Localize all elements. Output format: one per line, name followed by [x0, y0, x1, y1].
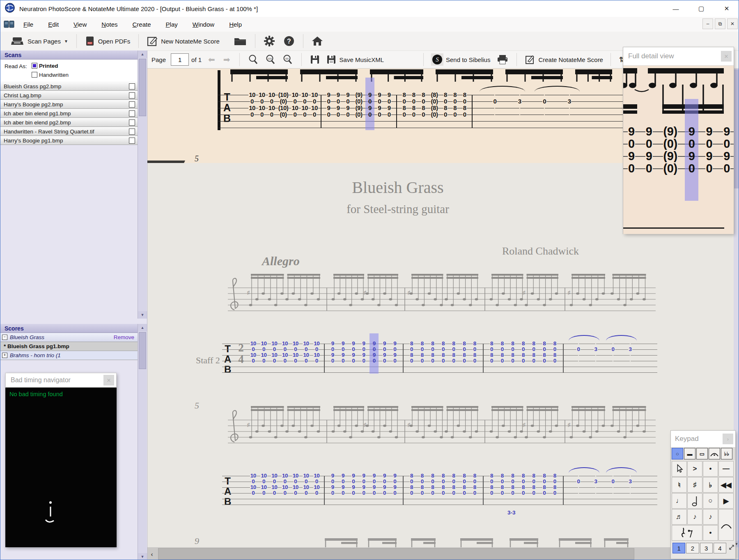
tab-note-column[interactable]: 9090	[341, 473, 346, 496]
tab-note-column[interactable]: 9090	[705, 125, 713, 174]
tab-note-column[interactable]: 8080	[420, 473, 425, 496]
tab-note-selected[interactable]: 9090	[688, 125, 695, 174]
tab-note-column[interactable]: 8080	[420, 341, 425, 364]
keypad-number-1[interactable]: 1	[672, 543, 685, 553]
score-row[interactable]: −Blueish GrassRemove	[0, 333, 138, 342]
tab-measure[interactable]: 100100100100100100(10)(0)(10)(0)10010010…	[246, 92, 321, 118]
keypad-number-3[interactable]: 3	[700, 543, 713, 553]
next-page-icon[interactable]: ➡	[223, 55, 230, 64]
tab-note-column[interactable]: (10)(0)(10)(0)	[278, 92, 289, 118]
keypad-whole-note-button[interactable]: ○	[703, 493, 718, 509]
keypad-toggle-double-flat-icon[interactable]: ♭♭	[721, 448, 732, 459]
tab-note-column[interactable]: 9090	[628, 125, 635, 174]
tab-note-column[interactable]: 9090	[392, 473, 397, 496]
tab-note-column[interactable]: 8080	[472, 341, 477, 364]
panel-header[interactable]: Full detail view ✕	[623, 47, 734, 65]
keypad-rewind-button[interactable]: ◀◀	[718, 477, 734, 493]
tab-note-column[interactable]: 9090	[372, 473, 376, 496]
vertical-scrollbar-thumb[interactable]	[734, 69, 739, 188]
tab-note-column[interactable]: 8080	[552, 473, 557, 496]
tab-measure[interactable]: 0303	[564, 473, 645, 496]
keypad-eighth-note-button[interactable]: ♪	[687, 509, 702, 525]
scan-file-row[interactable]: Ich aber bin elend pg2.bmp	[0, 118, 138, 127]
keypad-flat-button[interactable]: ♭	[703, 477, 718, 493]
tab-note-selected[interactable]: 9090	[372, 341, 376, 364]
menu-play[interactable]: Play	[160, 18, 184, 30]
full-detail-canvas[interactable]: 90909090(9)(0)(9)(0)909090909090	[623, 65, 734, 234]
open-pdfs-button[interactable]: PDF Open PDFs	[81, 33, 134, 49]
tab-note-column[interactable]: 8080	[462, 92, 467, 118]
tab-note-column[interactable]: 0	[610, 341, 615, 364]
tab-note-column[interactable]: 100100	[282, 473, 288, 496]
scan-pages-button[interactable]: Scan Pages ▼	[6, 33, 72, 49]
score-row[interactable]: +Brahms - horn trio (1	[0, 351, 138, 360]
new-notateme-score-button[interactable]: New NotateMe Score	[143, 33, 224, 49]
scan-file-row[interactable]: Ich aber bin elend pg1.bmp	[0, 109, 138, 118]
tab-note-column[interactable]: 100100	[303, 341, 309, 364]
keypad-quarter-note-button[interactable]: ♩	[672, 493, 687, 509]
keypad-half-note-icon[interactable]	[687, 493, 702, 509]
tab-note-column[interactable]: 100100	[271, 473, 278, 496]
scan-file-row[interactable]: Harry's Boogie pg2.bmp	[0, 100, 138, 109]
tab-measure[interactable]: 1001001001001001001001001001001001001001…	[246, 341, 324, 364]
save-icon[interactable]	[310, 55, 320, 64]
tab-note-column[interactable]: 100100	[301, 92, 308, 118]
tab-note-column[interactable]: 9090	[723, 125, 730, 174]
zoom-out-icon[interactable]: oo	[282, 54, 293, 65]
scan-file-checkbox[interactable]	[129, 101, 135, 108]
tab-note-column[interactable]: 8080	[452, 92, 457, 118]
tab-note-column[interactable]: 100100	[313, 473, 320, 496]
save-musicxml-icon[interactable]	[326, 55, 336, 64]
keypad-small-eighth-note-button[interactable]: ♪	[703, 509, 718, 525]
scan-file-checkbox[interactable]	[129, 110, 135, 117]
scan-file-checkbox[interactable]	[129, 92, 135, 99]
keypad-pointer-tool-icon[interactable]	[672, 461, 687, 477]
keypad-accent-button[interactable]: >	[687, 461, 702, 477]
create-notateme-icon[interactable]	[525, 55, 535, 64]
tab-measure[interactable]: 808080808080(8)(0)(8)(0)808080808080	[397, 92, 472, 118]
menu-edit[interactable]: Edit	[42, 18, 64, 30]
remove-link[interactable]: Remove	[114, 334, 134, 340]
tab-note-column[interactable]: 9090	[382, 341, 387, 364]
scan-file-checkbox[interactable]	[129, 119, 135, 126]
tab-note-column[interactable]: 9090	[341, 341, 346, 364]
tab-note-column[interactable]: 9090	[345, 92, 350, 118]
tab-measure[interactable]: 8080808080808080808080808080	[404, 473, 483, 496]
tab-note-column[interactable]: 0	[542, 92, 547, 118]
tab-note-column[interactable]: 100100	[250, 341, 257, 364]
zoom-100-icon[interactable]: 100	[265, 54, 276, 65]
tab-measure[interactable]: 1001001001001001001001001001001001001001…	[246, 473, 324, 496]
tab-note-column[interactable]: 8080	[521, 341, 526, 364]
send-to-sibelius-label[interactable]: Send to Sibelius	[446, 56, 490, 63]
tab-note-column[interactable]: 3	[628, 341, 633, 364]
checkbox-printed[interactable]	[32, 63, 37, 69]
tab-note-column[interactable]: 100100	[260, 341, 267, 364]
tab-note-column[interactable]: 8080	[411, 92, 416, 118]
tab-note-column[interactable]: 8080	[510, 473, 515, 496]
mdi-minimize-button[interactable]: –	[702, 18, 713, 29]
maximize-button[interactable]: ▢	[689, 0, 714, 17]
tab-note-column[interactable]: 8080	[451, 341, 456, 364]
tab-measure[interactable]: 0303	[564, 341, 645, 364]
score-row[interactable]: * Blueish Grass pg1.bmp	[0, 342, 138, 351]
tab-note-column[interactable]: 100100	[313, 341, 320, 364]
tab-note-column[interactable]: 8080	[402, 92, 406, 118]
horizontal-scrollbar-thumb[interactable]	[158, 548, 634, 560]
panel-header[interactable]: Bad timing navigator ✕	[5, 373, 117, 388]
mdi-restore-button[interactable]: ⧉	[715, 18, 725, 29]
tab-note-column[interactable]: 8080	[421, 92, 426, 118]
keypad-rests-icon[interactable]	[672, 525, 702, 541]
settings-button[interactable]	[259, 33, 279, 49]
menu-file[interactable]: File	[18, 18, 39, 30]
scores-scrollbar-thumb[interactable]	[139, 332, 146, 369]
tab-note-column[interactable]: 8080	[409, 473, 414, 496]
tab-note-column[interactable]: (9)(0)(9)(0)	[355, 92, 363, 118]
mdi-close-button[interactable]: ✕	[727, 18, 738, 29]
tab-note-selected[interactable]: 9090	[367, 92, 372, 118]
tab-note-column[interactable]: 8080	[443, 92, 448, 118]
tab-note-column[interactable]: 8080	[500, 341, 505, 364]
scan-file-row[interactable]: Blueish Grass pg2.bmp	[0, 82, 138, 91]
previous-page-icon[interactable]: ⬅	[208, 55, 215, 64]
tab-note-column[interactable]: 8080	[430, 341, 435, 364]
tab-note-column[interactable]: 8080	[531, 473, 536, 496]
